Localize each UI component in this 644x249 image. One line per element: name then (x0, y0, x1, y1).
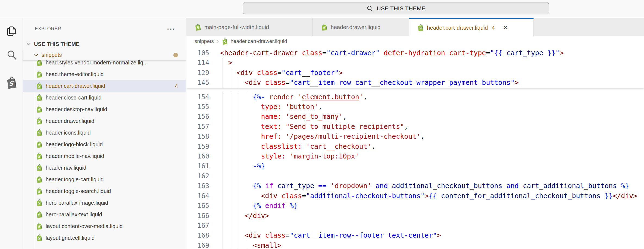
code-line-164[interactable]: 164 <div class="additional-checkout-butt… (186, 191, 644, 201)
shopify-icon: S (36, 141, 42, 150)
sidebar-file-header-nav-liquid[interactable]: Sheader.nav.liquid (23, 162, 186, 174)
folder-snippets[interactable]: snippets (23, 49, 186, 60)
code-line-165[interactable]: 165 {% endif %} (186, 201, 644, 211)
indent-guide (247, 171, 247, 181)
code-text: > (220, 58, 232, 68)
file-label: header.nav.liquid (46, 165, 86, 171)
sidebar-file-hero-parallax-image-liquid[interactable]: Shero-parallax-image.liquid (23, 197, 186, 209)
code-line-163[interactable]: 163 {% if cart_type == 'dropdown' and ad… (186, 181, 644, 191)
line-number[interactable]: 168 (186, 231, 209, 240)
code-token: , (371, 142, 376, 150)
sidebar-file-header-toggle-search-liquid[interactable]: Sheader.toggle-search.liquid (23, 185, 186, 197)
sidebar-file-layout-content-over-media-liquid[interactable]: Slayout.content-over-media.liquid (23, 220, 186, 232)
sidebar-file-header-cart-drawer-liquid[interactable]: Sheader.cart-drawer.liquid4 (23, 80, 186, 92)
code-token: {%- (253, 93, 265, 101)
explorer-header: EXPLORER ⋯ (23, 18, 186, 35)
line-number[interactable]: 169 (186, 241, 209, 249)
code-token: <div (245, 231, 261, 239)
sidebar-file-header-icons-liquid[interactable]: Sheader.icons.liquid (23, 127, 186, 139)
topbar: USE THIS THEME (0, 0, 644, 18)
line-number[interactable]: 114 (186, 58, 209, 68)
line-number[interactable]: 164 (186, 191, 209, 201)
tab-label: main-page-full-width.liquid (204, 24, 269, 30)
line-number[interactable]: 157 (186, 122, 209, 132)
line-number[interactable]: 129 (186, 68, 209, 78)
code-line-159[interactable]: 159 classlist: 'cart__checkout', (186, 142, 644, 151)
use-this-theme-button[interactable]: USE THIS THEME (243, 2, 549, 14)
code-token (601, 192, 605, 200)
line-number[interactable]: 167 (186, 221, 209, 231)
code-line-155[interactable]: 155 type: 'button', (186, 102, 644, 112)
line-number[interactable]: 161 (186, 161, 209, 171)
code-token: content_for_additional_checkout_buttons (441, 192, 601, 200)
breadcrumb-file[interactable]: header.cart-drawer.liquid (230, 38, 287, 44)
code-token: 'cart__checkout' (306, 142, 371, 150)
code-line-168[interactable]: 168 <div class="cart__item-row--footer t… (186, 231, 644, 240)
code-token: , (343, 113, 347, 120)
sidebar-file-header-logo-block-liquid[interactable]: Sheader.logo-block.liquid (23, 139, 186, 150)
sidebar-file-hero-parallax-text-liquid[interactable]: Shero-parallax-text.liquid (23, 209, 186, 220)
line-number[interactable]: 105 (186, 48, 209, 58)
code-line-114[interactable]: 114 > (186, 58, 644, 68)
code-token: {{ (429, 192, 437, 200)
line-number[interactable]: 154 (186, 92, 209, 102)
search-icon (5, 49, 18, 61)
code-token: {% (253, 182, 261, 190)
code-line-169[interactable]: 169 <small> (186, 241, 644, 249)
code-token: > (559, 49, 564, 57)
line-number[interactable]: 162 (186, 171, 209, 181)
tab-header-cart-drawer-liquid[interactable]: Sheader.cart-drawer.liquid4✕ (409, 18, 534, 36)
indent-guide (223, 221, 223, 231)
sidebar-file-header-mobile-nav-liquid[interactable]: Sheader.mobile-nav.liquid (23, 150, 186, 162)
sidebar-file-header-desktop-nav-liquid[interactable]: Sheader.desktop-nav.liquid (23, 104, 186, 115)
code-editor[interactable]: 105<header-cart-drawer class="cart-drawe… (186, 46, 644, 249)
file-label: header.drawer.liquid (46, 118, 94, 124)
breadcrumb-folder[interactable]: snippets (195, 38, 214, 44)
sidebar-file-head-theme-editor-liquid[interactable]: Shead.theme-editor.liquid (23, 69, 186, 80)
tab-main-page-full-width-liquid[interactable]: Smain-page-full-width.liquid (186, 18, 313, 36)
code-line-129[interactable]: 129 <div class="cart__footer"> (186, 68, 644, 78)
sidebar-file-header-close-cart-liquid[interactable]: Sheader.close-cart.liquid (23, 92, 186, 104)
line-number[interactable]: 145 (186, 78, 209, 88)
code-line-154[interactable]: 154 {%- render 'element.button', (186, 92, 644, 102)
shopify-activity-icon[interactable]: S (4, 76, 19, 91)
code-token (294, 93, 298, 101)
shopify-icon: S (6, 76, 17, 90)
problems-badge: 4 (175, 83, 178, 89)
file-label: layout.content-over-media.liquid (46, 223, 123, 229)
explorer-activity-icon[interactable] (4, 23, 19, 39)
more-actions-icon[interactable]: ⋯ (167, 27, 175, 31)
line-number[interactable]: 155 (186, 102, 209, 112)
shopify-icon: S (195, 23, 201, 31)
code-line-157[interactable]: 157 text: "Send to multiple recipients", (186, 122, 644, 132)
line-number[interactable]: 166 (186, 211, 209, 221)
code-token: href: (261, 132, 282, 140)
line-number[interactable]: 160 (186, 151, 209, 161)
sidebar-file-head-styles-vendor-modern-normalize-liq-[interactable]: Shead.styles.vendor.modern-normalize.liq… (23, 60, 186, 69)
line-number[interactable]: 158 (186, 132, 209, 141)
line-number[interactable]: 159 (186, 142, 209, 151)
code-line-145[interactable]: 145 <div class="cart__item-row cart__che… (186, 78, 644, 88)
line-number[interactable]: 156 (186, 112, 209, 122)
line-number[interactable]: 165 (186, 201, 209, 211)
code-token: -%} (253, 162, 265, 170)
close-icon[interactable]: ✕ (503, 24, 508, 31)
tab-header-drawer-liquid[interactable]: Sheader.drawer.liquid (313, 18, 409, 36)
code-line-105[interactable]: 105<header-cart-drawer class="cart-drawe… (186, 48, 644, 58)
code-line-161[interactable]: 161 -%} (186, 161, 644, 171)
line-number[interactable]: 163 (186, 181, 209, 191)
code-line-160[interactable]: 160 style: 'margin-top:10px' (186, 151, 644, 161)
code-token: <div (245, 79, 261, 86)
sidebar-file-layout-grid-cell-liquid[interactable]: Slayout.grid.cell.liquid (23, 232, 186, 244)
code-line-167[interactable]: 167 (186, 221, 644, 231)
code-line-156[interactable]: 156 name: 'send_to_many', (186, 112, 644, 122)
sidebar-file-header-drawer-liquid[interactable]: Sheader.drawer.liquid (23, 115, 186, 127)
code-token (253, 69, 257, 77)
code-line-158[interactable]: 158 href: '/pages/multi-recipient-checko… (186, 132, 644, 141)
code-token: > (339, 69, 343, 77)
code-line-166[interactable]: 166 </div> (186, 211, 644, 221)
section-use-this-theme[interactable]: USE THIS THEME (23, 39, 186, 49)
code-line-162[interactable]: 162 (186, 171, 644, 181)
sidebar-file-header-toggle-cart-liquid[interactable]: Sheader.toggle-cart.liquid (23, 174, 186, 185)
search-activity-icon[interactable] (4, 47, 19, 63)
